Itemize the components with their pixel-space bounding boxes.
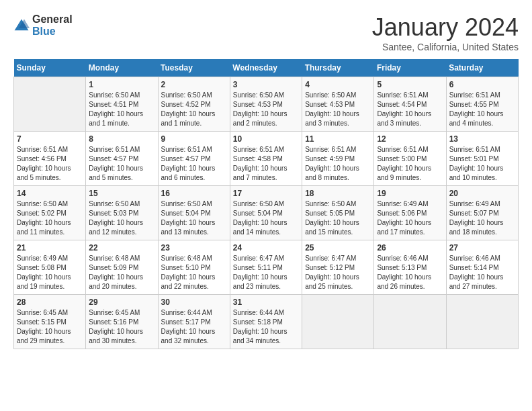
calendar-header-row: SundayMondayTuesdayWednesdayThursdayFrid…	[14, 59, 519, 77]
calendar-cell	[446, 295, 518, 349]
column-header-friday: Friday	[374, 59, 446, 77]
day-detail: Sunrise: 6:45 AMSunset: 5:16 PMDaylight:…	[89, 308, 154, 346]
calendar-cell: 9Sunrise: 6:51 AMSunset: 4:57 PMDaylight…	[158, 132, 230, 186]
calendar-cell: 3Sunrise: 6:50 AMSunset: 4:53 PMDaylight…	[230, 77, 302, 132]
day-number: 23	[161, 243, 227, 253]
day-detail: Sunrise: 6:51 AMSunset: 4:56 PMDaylight:…	[17, 145, 83, 183]
day-detail: Sunrise: 6:50 AMSunset: 4:53 PMDaylight:…	[305, 91, 371, 128]
calendar-cell: 27Sunrise: 6:46 AMSunset: 5:14 PMDayligh…	[446, 240, 518, 295]
day-number: 31	[233, 298, 299, 307]
column-header-sunday: Sunday	[14, 59, 86, 77]
day-number: 24	[233, 243, 299, 253]
day-number: 13	[449, 134, 515, 144]
day-detail: Sunrise: 6:44 AMSunset: 5:18 PMDaylight:…	[233, 308, 299, 346]
day-number: 20	[449, 189, 515, 198]
calendar-cell: 31Sunrise: 6:44 AMSunset: 5:18 PMDayligh…	[230, 295, 302, 349]
column-header-monday: Monday	[86, 59, 158, 77]
calendar-week-row: 7Sunrise: 6:51 AMSunset: 4:56 PMDaylight…	[14, 132, 519, 186]
day-detail: Sunrise: 6:51 AMSunset: 5:00 PMDaylight:…	[377, 145, 443, 183]
day-number: 27	[449, 243, 515, 253]
day-detail: Sunrise: 6:49 AMSunset: 5:07 PMDaylight:…	[449, 199, 515, 237]
day-detail: Sunrise: 6:44 AMSunset: 5:17 PMDaylight:…	[161, 308, 227, 346]
day-detail: Sunrise: 6:49 AMSunset: 5:06 PMDaylight:…	[377, 199, 443, 237]
calendar-cell: 30Sunrise: 6:44 AMSunset: 5:17 PMDayligh…	[158, 295, 230, 349]
title-area: January 2024 Santee, California, United …	[372, 13, 519, 52]
calendar-cell: 26Sunrise: 6:46 AMSunset: 5:13 PMDayligh…	[374, 240, 446, 295]
page-header: General Blue January 2024 Santee, Califo…	[13, 13, 519, 52]
day-number: 8	[89, 134, 154, 144]
day-detail: Sunrise: 6:47 AMSunset: 5:12 PMDaylight:…	[305, 254, 371, 291]
day-number: 30	[161, 298, 227, 307]
calendar-cell: 22Sunrise: 6:48 AMSunset: 5:09 PMDayligh…	[86, 240, 158, 295]
calendar-cell	[14, 77, 86, 132]
day-detail: Sunrise: 6:50 AMSunset: 5:02 PMDaylight:…	[17, 199, 83, 237]
day-detail: Sunrise: 6:51 AMSunset: 4:58 PMDaylight:…	[233, 145, 299, 183]
calendar-week-row: 1Sunrise: 6:50 AMSunset: 4:51 PMDaylight…	[14, 77, 519, 132]
calendar-week-row: 28Sunrise: 6:45 AMSunset: 5:15 PMDayligh…	[14, 295, 519, 349]
day-number: 16	[161, 189, 227, 198]
day-detail: Sunrise: 6:48 AMSunset: 5:09 PMDaylight:…	[89, 254, 154, 291]
day-number: 26	[377, 243, 443, 253]
day-number: 4	[305, 80, 371, 89]
day-detail: Sunrise: 6:50 AMSunset: 4:53 PMDaylight:…	[233, 91, 299, 128]
day-detail: Sunrise: 6:50 AMSunset: 5:03 PMDaylight:…	[89, 199, 154, 237]
day-number: 3	[233, 80, 299, 89]
day-number: 22	[89, 243, 154, 253]
day-detail: Sunrise: 6:51 AMSunset: 4:54 PMDaylight:…	[377, 91, 443, 128]
day-detail: Sunrise: 6:50 AMSunset: 5:04 PMDaylight:…	[161, 199, 227, 237]
day-number: 19	[377, 189, 443, 198]
day-detail: Sunrise: 6:51 AMSunset: 4:59 PMDaylight:…	[305, 145, 371, 183]
day-detail: Sunrise: 6:49 AMSunset: 5:08 PMDaylight:…	[17, 254, 83, 291]
calendar-cell: 24Sunrise: 6:47 AMSunset: 5:11 PMDayligh…	[230, 240, 302, 295]
calendar-cell: 16Sunrise: 6:50 AMSunset: 5:04 PMDayligh…	[158, 186, 230, 240]
calendar-cell: 29Sunrise: 6:45 AMSunset: 5:16 PMDayligh…	[86, 295, 158, 349]
day-number: 9	[161, 134, 227, 144]
column-header-saturday: Saturday	[446, 59, 518, 77]
calendar-cell: 4Sunrise: 6:50 AMSunset: 4:53 PMDaylight…	[302, 77, 374, 132]
day-detail: Sunrise: 6:51 AMSunset: 4:55 PMDaylight:…	[449, 91, 515, 128]
location: Santee, California, United States	[372, 42, 519, 52]
day-number: 7	[17, 134, 83, 144]
day-detail: Sunrise: 6:46 AMSunset: 5:14 PMDaylight:…	[449, 254, 515, 291]
day-detail: Sunrise: 6:51 AMSunset: 4:57 PMDaylight:…	[161, 145, 227, 183]
logo-line1: General	[32, 13, 73, 26]
calendar-cell: 2Sunrise: 6:50 AMSunset: 4:52 PMDaylight…	[158, 77, 230, 132]
calendar-table: SundayMondayTuesdayWednesdayThursdayFrid…	[13, 59, 519, 349]
logo-icon	[13, 17, 30, 34]
calendar-cell: 14Sunrise: 6:50 AMSunset: 5:02 PMDayligh…	[14, 186, 86, 240]
day-detail: Sunrise: 6:47 AMSunset: 5:11 PMDaylight:…	[233, 254, 299, 291]
day-number: 11	[305, 134, 371, 144]
calendar-cell: 5Sunrise: 6:51 AMSunset: 4:54 PMDaylight…	[374, 77, 446, 132]
day-number: 15	[89, 189, 154, 198]
day-number: 17	[233, 189, 299, 198]
day-detail: Sunrise: 6:46 AMSunset: 5:13 PMDaylight:…	[377, 254, 443, 291]
day-number: 18	[305, 189, 371, 198]
day-number: 1	[89, 80, 154, 89]
logo-text: General Blue	[32, 13, 73, 37]
calendar-cell: 1Sunrise: 6:50 AMSunset: 4:51 PMDaylight…	[86, 77, 158, 132]
calendar-cell: 7Sunrise: 6:51 AMSunset: 4:56 PMDaylight…	[14, 132, 86, 186]
calendar-week-row: 14Sunrise: 6:50 AMSunset: 5:02 PMDayligh…	[14, 186, 519, 240]
calendar-cell: 21Sunrise: 6:49 AMSunset: 5:08 PMDayligh…	[14, 240, 86, 295]
day-detail: Sunrise: 6:50 AMSunset: 4:52 PMDaylight:…	[161, 91, 227, 128]
day-number: 14	[17, 189, 83, 198]
calendar-cell: 20Sunrise: 6:49 AMSunset: 5:07 PMDayligh…	[446, 186, 518, 240]
calendar-cell: 25Sunrise: 6:47 AMSunset: 5:12 PMDayligh…	[302, 240, 374, 295]
day-number: 2	[161, 80, 227, 89]
month-title: January 2024	[372, 13, 519, 42]
calendar-cell: 15Sunrise: 6:50 AMSunset: 5:03 PMDayligh…	[86, 186, 158, 240]
day-number: 28	[17, 298, 83, 307]
calendar-week-row: 21Sunrise: 6:49 AMSunset: 5:08 PMDayligh…	[14, 240, 519, 295]
calendar-cell	[374, 295, 446, 349]
calendar-cell: 6Sunrise: 6:51 AMSunset: 4:55 PMDaylight…	[446, 77, 518, 132]
calendar-cell: 11Sunrise: 6:51 AMSunset: 4:59 PMDayligh…	[302, 132, 374, 186]
day-detail: Sunrise: 6:50 AMSunset: 5:05 PMDaylight:…	[305, 199, 371, 237]
day-detail: Sunrise: 6:45 AMSunset: 5:15 PMDaylight:…	[17, 308, 83, 346]
column-header-thursday: Thursday	[302, 59, 374, 77]
day-number: 25	[305, 243, 371, 253]
day-detail: Sunrise: 6:51 AMSunset: 4:57 PMDaylight:…	[89, 145, 154, 183]
day-detail: Sunrise: 6:48 AMSunset: 5:10 PMDaylight:…	[161, 254, 227, 291]
calendar-cell: 8Sunrise: 6:51 AMSunset: 4:57 PMDaylight…	[86, 132, 158, 186]
day-number: 10	[233, 134, 299, 144]
calendar-cell: 23Sunrise: 6:48 AMSunset: 5:10 PMDayligh…	[158, 240, 230, 295]
